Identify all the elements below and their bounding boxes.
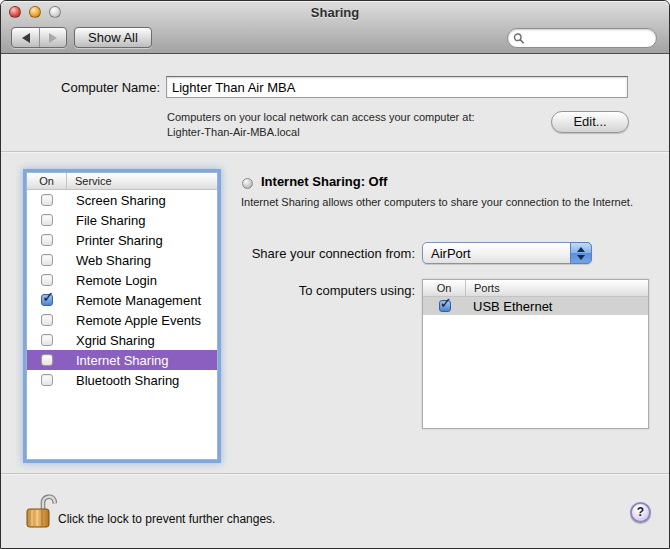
unchecked-checkbox[interactable] <box>41 354 53 366</box>
status-indicator-icon <box>242 178 253 189</box>
unchecked-checkbox[interactable] <box>41 314 53 326</box>
port-label: USB Ethernet <box>473 299 553 314</box>
service-row-internet-sharing[interactable]: Internet Sharing <box>27 350 217 370</box>
share-from-value: AirPort <box>431 246 471 261</box>
unchecked-checkbox[interactable] <box>41 274 53 286</box>
checkbox-cell <box>27 234 67 246</box>
service-label: Remote Apple Events <box>76 313 201 328</box>
unchecked-checkbox[interactable] <box>41 334 53 346</box>
checkbox-cell <box>27 334 67 346</box>
service-label: Bluetooth Sharing <box>76 373 179 388</box>
back-arrow-icon <box>22 33 30 43</box>
ports-header-ports[interactable]: Ports <box>466 280 648 296</box>
checkbox-cell <box>27 274 67 286</box>
service-label: Internet Sharing <box>76 353 169 368</box>
services-header-service[interactable]: Service <box>67 173 217 189</box>
services-table: On Service Screen SharingFile SharingPri… <box>26 172 218 460</box>
traffic-lights <box>9 6 61 18</box>
unchecked-checkbox[interactable] <box>41 234 53 246</box>
service-row-printer-sharing[interactable]: Printer Sharing <box>27 230 217 250</box>
service-row-file-sharing[interactable]: File Sharing <box>27 210 217 230</box>
forward-button[interactable] <box>39 28 66 47</box>
service-row-remote-apple-events[interactable]: Remote Apple Events <box>27 310 217 330</box>
arrow-up-icon <box>577 247 585 252</box>
service-label: File Sharing <box>76 213 145 228</box>
minimize-button[interactable] <box>29 6 41 18</box>
hint-line-2: Lighter-Than-Air-MBA.local <box>167 125 475 140</box>
service-list-body: Screen SharingFile SharingPrinter Sharin… <box>27 190 217 390</box>
edit-button[interactable]: Edit... <box>551 111 629 133</box>
unchecked-checkbox[interactable] <box>41 374 53 386</box>
computer-name-label: Computer Name: <box>1 80 160 95</box>
checkbox-cell <box>27 194 67 206</box>
checkbox-cell <box>27 354 67 366</box>
services-table-header: On Service <box>27 173 217 190</box>
checked-checkbox[interactable] <box>439 300 451 312</box>
internet-sharing-description: Internet Sharing allows other computers … <box>241 195 641 210</box>
service-label: Remote Management <box>76 293 201 308</box>
lock-message: Click the lock to prevent further change… <box>58 512 275 526</box>
share-from-popup[interactable]: AirPort <box>422 242 592 264</box>
zoom-button-disabled <box>49 6 61 18</box>
service-label: Xgrid Sharing <box>76 333 155 348</box>
unchecked-checkbox[interactable] <box>41 214 53 226</box>
search-icon <box>513 32 525 45</box>
section-divider-top <box>1 151 669 152</box>
unchecked-checkbox[interactable] <box>41 194 53 206</box>
forward-arrow-icon <box>49 33 57 43</box>
service-row-remote-management[interactable]: Remote Management <box>27 290 217 310</box>
window-title: Sharing <box>61 5 609 20</box>
checked-checkbox[interactable] <box>41 294 53 306</box>
search-field[interactable] <box>507 28 657 48</box>
unlocked-padlock-icon[interactable] <box>25 492 57 530</box>
service-label: Printer Sharing <box>76 233 163 248</box>
service-row-xgrid-sharing[interactable]: Xgrid Sharing <box>27 330 217 350</box>
hint-line-1: Computers on your local network can acce… <box>167 110 475 125</box>
history-nav <box>11 27 67 48</box>
ports-table: On Ports USB Ethernet <box>422 279 649 429</box>
port-row-usb-ethernet[interactable]: USB Ethernet <box>423 297 648 315</box>
service-label: Web Sharing <box>76 253 151 268</box>
to-computers-label: To computers using: <box>241 283 415 298</box>
service-label: Screen Sharing <box>76 193 166 208</box>
checkbox-cell <box>27 254 67 266</box>
service-label: Remote Login <box>76 273 157 288</box>
ports-table-header: On Ports <box>423 280 648 297</box>
ports-list-body: USB Ethernet <box>423 297 648 315</box>
service-row-screen-sharing[interactable]: Screen Sharing <box>27 190 217 210</box>
service-row-bluetooth-sharing[interactable]: Bluetooth Sharing <box>27 370 217 390</box>
services-header-on[interactable]: On <box>27 173 67 189</box>
checkbox-cell <box>27 294 67 306</box>
service-row-web-sharing[interactable]: Web Sharing <box>27 250 217 270</box>
checkbox-cell <box>27 374 67 386</box>
computer-name-hint: Computers on your local network can acce… <box>167 110 475 140</box>
computer-name-input[interactable] <box>166 76 628 98</box>
close-button[interactable] <box>9 6 21 18</box>
sharing-preferences-window: Sharing Show All Computer Name: Computer… <box>0 0 670 549</box>
checkbox-cell <box>423 300 466 312</box>
back-button[interactable] <box>12 28 39 47</box>
window-chrome: Sharing Show All <box>1 1 669 54</box>
internet-sharing-status: Internet Sharing: Off <box>261 174 387 189</box>
unchecked-checkbox[interactable] <box>41 254 53 266</box>
checkbox-cell <box>27 314 67 326</box>
popup-stepper-icon <box>570 242 592 264</box>
arrow-down-icon <box>577 255 585 260</box>
section-divider-bottom <box>1 473 669 474</box>
checkbox-cell <box>27 214 67 226</box>
share-from-label: Share your connection from: <box>241 246 415 261</box>
show-all-button[interactable]: Show All <box>74 27 152 48</box>
service-row-remote-login[interactable]: Remote Login <box>27 270 217 290</box>
search-input[interactable] <box>525 30 650 46</box>
help-button[interactable]: ? <box>630 502 651 523</box>
